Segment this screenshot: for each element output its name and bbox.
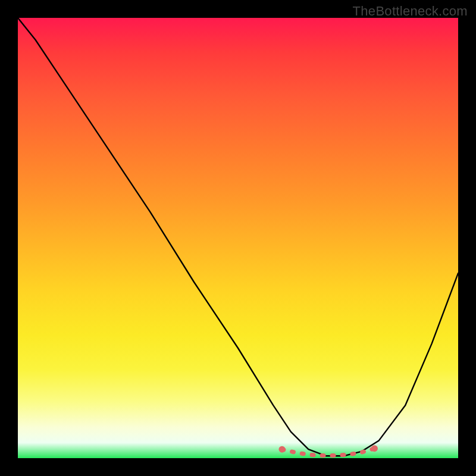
curve-layer (18, 18, 458, 458)
chart-container: TheBottleneck.com (0, 0, 476, 476)
bottleneck-curve-path (18, 18, 458, 456)
plot-area (18, 18, 458, 458)
watermark-text: TheBottleneck.com (353, 4, 468, 19)
plateau-end-dot (371, 445, 378, 452)
plateau-marker-line (282, 449, 374, 456)
plateau-end-dot (279, 446, 286, 453)
